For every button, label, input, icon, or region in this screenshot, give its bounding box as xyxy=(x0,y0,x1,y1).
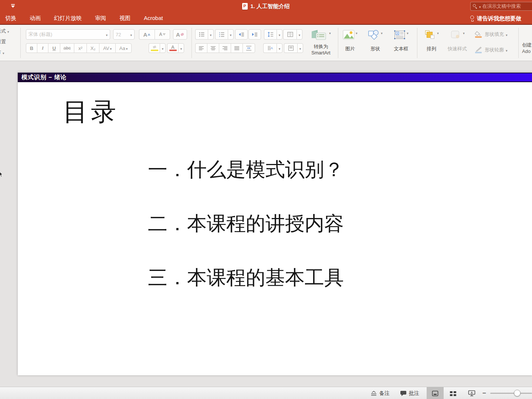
chevron-down-icon xyxy=(130,31,132,38)
text-highlight-button[interactable] xyxy=(149,43,160,53)
tab-transitions[interactable]: 切换 xyxy=(5,15,16,22)
group-separator xyxy=(338,28,338,58)
slideshow-view-button[interactable] xyxy=(464,387,479,399)
font-color-dropdown[interactable] xyxy=(178,43,184,53)
normal-view-icon xyxy=(432,390,438,396)
chevron-down-icon xyxy=(329,29,331,36)
textbox-button[interactable]: A 文本框 xyxy=(388,29,414,57)
triangle-up-icon xyxy=(148,33,150,36)
font-style-group: B I U abc x² X₂ AV Aa xyxy=(26,43,132,53)
text-direction-dropdown[interactable] xyxy=(277,43,282,53)
zoom-slider-knob[interactable] xyxy=(514,390,521,396)
quick-styles-button[interactable]: 快速样式 xyxy=(444,29,470,57)
text-direction-button[interactable]: A xyxy=(263,43,277,53)
columns-dropdown[interactable] xyxy=(297,29,302,40)
distribute-text-button[interactable] xyxy=(243,43,255,53)
chevron-down-icon xyxy=(7,28,9,34)
justify-button[interactable] xyxy=(231,43,243,53)
paint-bucket-icon xyxy=(475,31,483,38)
picture-button[interactable]: 图片 xyxy=(339,29,362,57)
chevron-down-icon xyxy=(506,47,508,53)
tab-review[interactable]: 审阅 xyxy=(95,15,106,22)
tab-slideshow[interactable]: 幻灯片放映 xyxy=(54,15,82,22)
reset-button[interactable]: 重置 xyxy=(0,38,9,45)
slide-title[interactable]: 目录 xyxy=(63,95,119,129)
highlight-dropdown[interactable] xyxy=(160,43,166,53)
numbering-button[interactable] xyxy=(215,29,228,40)
toc-item-2[interactable]: 二．本课程的讲授内容 xyxy=(148,211,344,237)
align-center-button[interactable] xyxy=(207,43,219,53)
lightbulb-icon xyxy=(470,16,475,22)
chevron-down-icon xyxy=(110,45,112,51)
titlebar: 1. 人工智能介绍 在演示文稿中搜索 xyxy=(0,0,532,13)
align-text-button[interactable] xyxy=(284,43,297,53)
toc-item-3[interactable]: 三．本课程的基本工具 xyxy=(148,265,344,291)
text-direction-icon: A xyxy=(267,45,273,51)
bullets-dropdown[interactable] xyxy=(208,29,214,40)
align-right-button[interactable] xyxy=(219,43,231,53)
slide-header-text: 模式识别 – 绪论 xyxy=(18,74,67,81)
bullets-button[interactable] xyxy=(195,29,208,40)
highlighter-pen-icon xyxy=(152,46,157,49)
normal-view-button[interactable] xyxy=(427,387,444,399)
line-spacing-dropdown[interactable] xyxy=(277,29,282,40)
zoom-out-button[interactable]: − xyxy=(482,387,486,399)
grow-font-button[interactable]: A xyxy=(139,29,155,40)
shapes-button[interactable]: 形状 xyxy=(364,29,387,57)
zoom-slider-track[interactable] xyxy=(490,393,532,394)
layout-button[interactable]: 版式 xyxy=(0,28,9,34)
font-size-select[interactable]: 72 xyxy=(113,29,135,40)
line-spacing-button[interactable] xyxy=(264,29,277,40)
tab-animations[interactable]: 动画 xyxy=(30,15,41,22)
picture-icon xyxy=(343,29,355,40)
decrease-indent-button[interactable] xyxy=(235,29,248,40)
outdent-icon xyxy=(238,31,244,37)
ribbon-tabs: 切换 动画 幻灯片放映 审阅 视图 Acrobat xyxy=(0,15,163,22)
tab-acrobat[interactable]: Acrobat xyxy=(144,15,163,22)
line-spacing-icon xyxy=(268,31,274,37)
tab-view[interactable]: 视图 xyxy=(119,15,131,22)
slideshow-icon xyxy=(468,390,475,396)
shapes-icon xyxy=(368,29,380,40)
align-text-dropdown[interactable] xyxy=(297,43,303,53)
clear-formatting-button[interactable]: A xyxy=(173,29,187,40)
numbering-dropdown[interactable] xyxy=(228,29,234,40)
chevron-down-icon xyxy=(299,45,301,51)
notes-button[interactable]: 备注 xyxy=(370,387,390,399)
numbering-group xyxy=(215,29,234,40)
shape-fill-button[interactable]: 形状填充 xyxy=(475,31,508,38)
search-input[interactable]: 在演示文稿中搜索 xyxy=(470,2,532,11)
create-pdf-button[interactable]: 创建 Ado xyxy=(522,42,532,54)
tell-me-button[interactable]: 请告诉我您想要做 xyxy=(470,14,532,23)
arrange-button[interactable]: 排列 xyxy=(420,29,443,57)
bullet-list-icon xyxy=(199,31,205,37)
section-button[interactable]: 节 xyxy=(0,49,9,56)
font-size-adjust-group: A A xyxy=(139,29,170,40)
slide[interactable]: 模式识别 – 绪论 目录 一．什么是模式识别？ 二．本课程的讲授内容 三．本课程… xyxy=(18,72,532,375)
font-color-button[interactable]: A xyxy=(167,43,178,53)
ribbon-tab-row: 切换 动画 幻灯片放映 审阅 视图 Acrobat 请告诉我您想要做 xyxy=(0,13,532,24)
columns-icon xyxy=(287,31,293,37)
shape-outline-button[interactable]: 形状轮廓 xyxy=(475,46,508,54)
italic-button[interactable]: I xyxy=(37,43,48,53)
subscript-button[interactable]: X₂ xyxy=(87,43,99,53)
character-spacing-button[interactable]: AV xyxy=(99,43,115,53)
underline-button[interactable]: U xyxy=(48,43,60,53)
toc-item-1[interactable]: 一．什么是模式识别？ xyxy=(148,157,344,183)
bold-button[interactable]: B xyxy=(26,43,37,53)
superscript-button[interactable]: x² xyxy=(74,43,87,53)
slide-sorter-view-button[interactable] xyxy=(446,387,461,399)
font-name-select[interactable]: 宋体 (标题) xyxy=(26,29,110,40)
columns-button[interactable] xyxy=(283,29,297,40)
align-left-button[interactable] xyxy=(195,43,207,53)
indent-icon xyxy=(252,31,258,37)
chevron-down-icon xyxy=(106,31,108,38)
shrink-font-button[interactable]: A xyxy=(155,29,170,40)
chevron-down-icon xyxy=(230,31,232,38)
comments-button[interactable]: 批注 xyxy=(400,387,419,399)
strikethrough-button[interactable]: abc xyxy=(60,43,74,53)
convert-smartart-button[interactable]: 转换为 SmartArt xyxy=(305,29,336,57)
change-case-button[interactable]: Aa xyxy=(115,43,132,53)
increase-indent-button[interactable] xyxy=(248,29,261,40)
tell-me-label: 请告诉我您想要做 xyxy=(477,15,521,22)
